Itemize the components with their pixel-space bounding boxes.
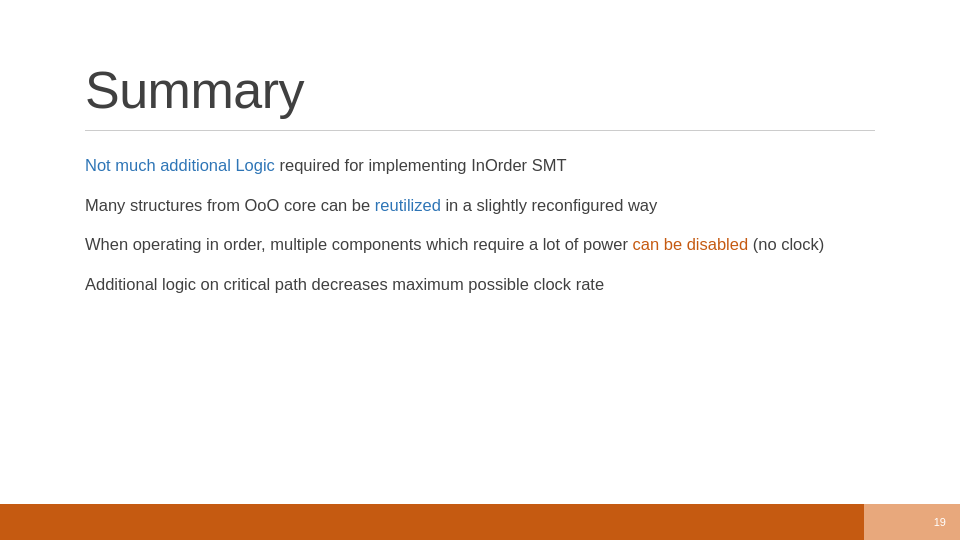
page-number: 19	[934, 516, 946, 528]
bullet1-text: required for implementing InOrder SMT	[275, 156, 567, 174]
bullet2-highlight: reutilized	[375, 196, 441, 214]
slide-content: Summary Not much additional Logic requir…	[0, 0, 960, 504]
bullet3-text-before: When operating in order, multiple compon…	[85, 235, 633, 253]
list-item: Not much additional Logic required for i…	[85, 153, 875, 179]
title-divider	[85, 130, 875, 131]
footer-bar: 19	[0, 504, 960, 540]
footer-left-block	[0, 504, 864, 540]
list-item: Many structures from OoO core can be reu…	[85, 193, 875, 219]
slide-title: Summary	[85, 60, 875, 120]
bullet1-highlight: Not much additional Logic	[85, 156, 275, 174]
bullet-list: Not much additional Logic required for i…	[85, 153, 875, 297]
footer-right-block: 19	[864, 504, 960, 540]
bullet3-highlight: can be disabled	[633, 235, 749, 253]
bullet4-text: Additional logic on critical path decrea…	[85, 275, 604, 293]
list-item: Additional logic on critical path decrea…	[85, 272, 875, 298]
list-item: When operating in order, multiple compon…	[85, 232, 875, 258]
bullet2-text-after: in a slightly reconfigured way	[441, 196, 657, 214]
bullet3-text-after: (no clock)	[748, 235, 824, 253]
bullet2-text-before: Many structures from OoO core can be	[85, 196, 375, 214]
